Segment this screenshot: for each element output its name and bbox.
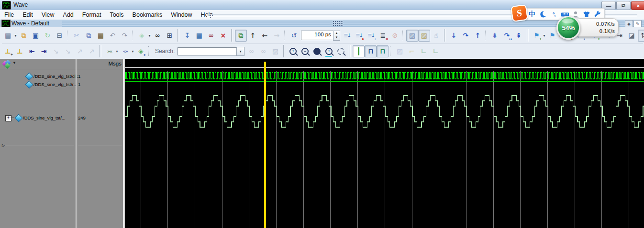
cursor-value-underline[interactable] [78, 146, 122, 146]
move-to-top-button[interactable]: ⇞ [513, 30, 525, 42]
pan-hand-button[interactable]: ☝ [430, 30, 442, 42]
pane-edit-button[interactable]: ✎ [633, 20, 642, 28]
signal-row[interactable]: +/DDS_sine_vlg_tst/...249 [0, 114, 123, 121]
expand-all-button-dropdown[interactable]: ▼ [131, 50, 134, 53]
recorder-percent-badge[interactable]: 54% [556, 16, 580, 40]
open-button[interactable]: ⧉ [18, 30, 30, 42]
insert-cursor-button[interactable]: ⊥+ [2, 45, 14, 57]
cursor-name-underline[interactable] [5, 146, 74, 146]
expanded-time-off-button[interactable]: ∟ [430, 45, 442, 57]
menu-bookmarks[interactable]: Bookmarks [128, 11, 167, 19]
run-all-button[interactable]: ≣↓↓ [365, 30, 377, 42]
save-button[interactable]: ▣ [30, 30, 42, 42]
previous-falling-edge-button[interactable]: ↘ [50, 45, 62, 57]
new-file-button-dropdown[interactable]: ▼ [14, 34, 17, 37]
expanded-time-button[interactable]: ⇅ [638, 30, 644, 42]
previous-rising-edge-button[interactable]: ↗ [74, 45, 86, 57]
next-falling-edge-button[interactable]: ↘ [62, 45, 74, 57]
new-file-button[interactable]: ▤ [2, 30, 14, 42]
expand-plus-button[interactable]: + [5, 115, 11, 121]
zoom-out-button[interactable]: − [299, 45, 311, 57]
chevron-down-icon[interactable]: ▼ [12, 61, 16, 65]
add-bookmark-button[interactable]: ⚑+ [531, 30, 543, 42]
cut-button[interactable]: ✂ [71, 30, 83, 42]
expand-all-button[interactable]: «» [119, 45, 131, 57]
wave-leaf-mode-button[interactable]: ⊓ [365, 45, 377, 57]
run-length-spinner[interactable]: ▲▼ [333, 31, 340, 41]
expanded-time-deltas-button[interactable]: ⌐ [406, 45, 418, 57]
collapse-all-button[interactable]: »« [103, 45, 115, 57]
print-button[interactable]: ⊟ [54, 30, 66, 42]
undo-button[interactable]: ↶ [107, 30, 119, 42]
signal-row[interactable]: /DDS_sine_vlg_tst/clk1 [0, 73, 123, 80]
menu-add[interactable]: Add [59, 11, 78, 19]
menu-file[interactable]: File [0, 11, 18, 19]
find-in-wave-button[interactable]: ∞ [205, 30, 217, 42]
night-mode-moon-icon[interactable] [539, 10, 547, 19]
wave-filter-button[interactable]: ▨ [394, 45, 406, 57]
search-options-button[interactable]: ▨ [269, 45, 281, 57]
run-continue-button[interactable]: ≣↓● [353, 30, 365, 42]
menu-edit[interactable]: Edit [18, 11, 37, 19]
environment-up-button[interactable]: ↑ [247, 30, 259, 42]
move-up-button[interactable]: ↑ [472, 30, 484, 42]
sogou-logo-icon[interactable]: S [511, 4, 528, 22]
move-to-bottom-button[interactable]: ⇟ [489, 30, 501, 42]
expand-hierarchy-button[interactable]: ⊞ [164, 30, 176, 42]
select-mode-button[interactable]: ◪ [626, 30, 638, 42]
wave-compare-mode-button[interactable]: ⊓ [377, 45, 389, 57]
menu-tools[interactable]: Tools [105, 11, 128, 19]
name-value-column-splitter[interactable] [76, 59, 77, 228]
search-input[interactable] [178, 47, 236, 55]
break-button[interactable]: ≣× [377, 30, 389, 42]
restore-button[interactable]: ⧉ [616, 1, 631, 10]
next-transition-button[interactable]: ⇥ [38, 45, 50, 57]
link-environment-button[interactable]: ⧉ [235, 30, 247, 42]
waveform-canvas[interactable] [124, 59, 644, 228]
wave-normal-mode-button[interactable]: ┃ [353, 45, 365, 57]
expand-at-cursor-button[interactable]: ◈▸ [135, 45, 147, 57]
compile-button-dropdown[interactable]: ▼ [148, 34, 151, 37]
environment-forward-button[interactable]: → [271, 30, 283, 42]
search-up-button[interactable]: ∞ [257, 45, 269, 57]
pane-title-strip[interactable]: Wave - Default ◈ ✎ [0, 20, 644, 27]
memory-profile-button[interactable]: ▨ [418, 30, 430, 42]
copy-button[interactable]: ⧉ [83, 30, 95, 42]
delete-from-wave-button[interactable]: × [217, 30, 229, 42]
zoom-range-button[interactable] [335, 45, 347, 57]
search-dropdown-button[interactable]: ▼ [236, 47, 244, 56]
run-button[interactable]: ≣↓ [341, 30, 353, 42]
reload-button[interactable]: ↻ [42, 30, 54, 42]
expanded-time-events-button[interactable]: ∟ [418, 45, 430, 57]
menu-format[interactable]: Format [78, 11, 106, 19]
chinese-mode-icon[interactable]: 中 [528, 10, 536, 19]
show-drivers-button[interactable]: ▦ [193, 30, 205, 42]
menu-view[interactable]: View [37, 11, 59, 19]
pane-drag-grip[interactable] [333, 21, 343, 26]
collapse-all-button-dropdown[interactable]: ▼ [115, 50, 119, 53]
paste-button[interactable]: ▦ [95, 30, 107, 42]
find-button[interactable]: ∞ [152, 30, 164, 42]
next-rising-edge-button[interactable]: ↗ [86, 45, 98, 57]
delete-cursor-button[interactable]: ⊥ [14, 45, 26, 57]
dock-undock-button[interactable]: ◈ [625, 20, 633, 28]
reload-all-button[interactable]: ↷∷ [501, 30, 513, 42]
previous-transition-button[interactable]: ⇤ [26, 45, 38, 57]
signal-row[interactable]: /DDS_sine_vlg_tst/r...1 [0, 81, 123, 88]
settings-wrench-icon[interactable] [593, 10, 602, 19]
menu-window[interactable]: Window [167, 11, 196, 19]
punctuation-mode-icon[interactable]: °, [550, 10, 558, 19]
add-bookmark-button-dropdown[interactable]: ▼ [543, 34, 546, 37]
redo-button[interactable]: ↷ [119, 30, 131, 42]
stop-button[interactable]: ⊘ [389, 30, 401, 42]
environment-back-button[interactable]: ← [259, 30, 271, 42]
skin-shirt-icon[interactable] [582, 10, 591, 19]
delete-bookmark-button[interactable]: ⚑− [546, 30, 558, 42]
add-selected-to-window-button[interactable]: ↧ [181, 30, 193, 42]
search-down-button[interactable]: ∞ [245, 45, 257, 57]
zoom-in-button[interactable]: + [287, 45, 299, 57]
run-length-value[interactable]: 100 ps [301, 31, 333, 40]
close-button[interactable]: × [631, 1, 644, 10]
reload-curve-button[interactable]: ↷ [460, 30, 472, 42]
move-down-button[interactable]: ↓ [448, 30, 460, 42]
